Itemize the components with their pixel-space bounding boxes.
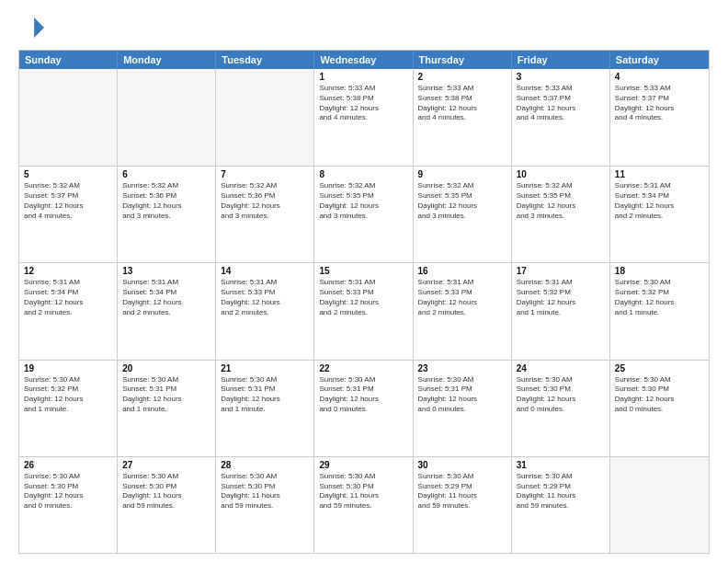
day-number: 11: [615, 169, 704, 179]
cell-info: Sunrise: 5:30 AM Sunset: 5:32 PM Dayligh…: [24, 375, 112, 415]
day-number: 4: [615, 72, 704, 82]
cell-info: Sunrise: 5:31 AM Sunset: 5:34 PM Dayligh…: [24, 278, 112, 317]
calendar-cell: 7Sunrise: 5:32 AM Sunset: 5:36 PM Daylig…: [216, 167, 314, 262]
calendar: SundayMondayTuesdayWednesdayThursdayFrid…: [18, 50, 710, 554]
day-number: 30: [418, 460, 506, 470]
logo-icon: [18, 15, 44, 40]
weekday-header: Monday: [118, 51, 216, 69]
day-number: 31: [517, 460, 605, 470]
day-number: 12: [24, 266, 112, 276]
calendar-cell: 9Sunrise: 5:32 AM Sunset: 5:35 PM Daylig…: [414, 167, 512, 262]
weekday-header: Tuesday: [216, 51, 314, 69]
day-number: 22: [319, 363, 407, 373]
day-number: 15: [319, 266, 407, 276]
calendar-cell: 21Sunrise: 5:30 AM Sunset: 5:31 PM Dayli…: [216, 361, 314, 456]
cell-info: Sunrise: 5:30 AM Sunset: 5:30 PM Dayligh…: [319, 472, 407, 511]
day-number: 17: [517, 266, 605, 276]
cell-info: Sunrise: 5:31 AM Sunset: 5:34 PM Dayligh…: [122, 278, 210, 317]
calendar-cell: 11Sunrise: 5:31 AM Sunset: 5:34 PM Dayli…: [610, 167, 709, 262]
calendar-cell: 23Sunrise: 5:30 AM Sunset: 5:31 PM Dayli…: [414, 361, 512, 456]
calendar-cell: 17Sunrise: 5:31 AM Sunset: 5:32 PM Dayli…: [512, 263, 610, 359]
calendar-cell: 20Sunrise: 5:30 AM Sunset: 5:31 PM Dayli…: [118, 361, 216, 456]
day-number: 14: [221, 266, 309, 276]
cell-info: Sunrise: 5:32 AM Sunset: 5:35 PM Dayligh…: [418, 181, 506, 221]
day-number: 26: [24, 460, 112, 470]
cell-info: Sunrise: 5:30 AM Sunset: 5:32 PM Dayligh…: [615, 278, 704, 317]
cell-info: Sunrise: 5:32 AM Sunset: 5:35 PM Dayligh…: [319, 181, 407, 221]
calendar-cell: 24Sunrise: 5:30 AM Sunset: 5:30 PM Dayli…: [512, 361, 610, 456]
day-number: 5: [24, 169, 112, 179]
calendar-cell: 31Sunrise: 5:30 AM Sunset: 5:29 PM Dayli…: [512, 457, 610, 553]
day-number: 9: [418, 169, 506, 179]
calendar-cell: [118, 69, 216, 166]
cell-info: Sunrise: 5:31 AM Sunset: 5:33 PM Dayligh…: [319, 278, 407, 317]
cell-info: Sunrise: 5:30 AM Sunset: 5:31 PM Dayligh…: [418, 375, 506, 415]
calendar-cell: 26Sunrise: 5:30 AM Sunset: 5:30 PM Dayli…: [19, 457, 118, 553]
calendar-row: 5Sunrise: 5:32 AM Sunset: 5:37 PM Daylig…: [19, 166, 709, 262]
calendar-cell: 15Sunrise: 5:31 AM Sunset: 5:33 PM Dayli…: [314, 263, 413, 359]
calendar-cell: [216, 69, 314, 166]
day-number: 18: [615, 266, 704, 276]
day-number: 25: [615, 363, 704, 373]
day-number: 23: [418, 363, 506, 373]
day-number: 27: [122, 460, 210, 470]
calendar-cell: [610, 457, 709, 553]
cell-info: Sunrise: 5:30 AM Sunset: 5:29 PM Dayligh…: [418, 472, 506, 511]
page: SundayMondayTuesdayWednesdayThursdayFrid…: [0, 0, 728, 563]
weekday-header: Thursday: [414, 51, 512, 69]
cell-info: Sunrise: 5:30 AM Sunset: 5:29 PM Dayligh…: [517, 472, 605, 511]
calendar-cell: 29Sunrise: 5:30 AM Sunset: 5:30 PM Dayli…: [314, 457, 413, 553]
calendar-cell: 8Sunrise: 5:32 AM Sunset: 5:35 PM Daylig…: [314, 167, 413, 262]
calendar-cell: 18Sunrise: 5:30 AM Sunset: 5:32 PM Dayli…: [610, 263, 709, 359]
cell-info: Sunrise: 5:33 AM Sunset: 5:37 PM Dayligh…: [517, 84, 605, 123]
day-number: 28: [221, 460, 309, 470]
cell-info: Sunrise: 5:30 AM Sunset: 5:30 PM Dayligh…: [517, 375, 605, 415]
calendar-cell: 16Sunrise: 5:31 AM Sunset: 5:33 PM Dayli…: [414, 263, 512, 359]
cell-info: Sunrise: 5:32 AM Sunset: 5:37 PM Dayligh…: [24, 181, 112, 221]
calendar-row: 1Sunrise: 5:33 AM Sunset: 5:38 PM Daylig…: [19, 69, 709, 166]
calendar-cell: 10Sunrise: 5:32 AM Sunset: 5:35 PM Dayli…: [512, 167, 610, 262]
day-number: 3: [517, 72, 605, 82]
day-number: 20: [122, 363, 210, 373]
cell-info: Sunrise: 5:32 AM Sunset: 5:35 PM Dayligh…: [517, 181, 605, 221]
weekday-header: Friday: [512, 51, 610, 69]
cell-info: Sunrise: 5:31 AM Sunset: 5:34 PM Dayligh…: [615, 181, 704, 221]
calendar-cell: 6Sunrise: 5:32 AM Sunset: 5:36 PM Daylig…: [118, 167, 216, 262]
cell-info: Sunrise: 5:30 AM Sunset: 5:30 PM Dayligh…: [24, 472, 112, 511]
calendar-cell: 30Sunrise: 5:30 AM Sunset: 5:29 PM Dayli…: [414, 457, 512, 553]
calendar-cell: 12Sunrise: 5:31 AM Sunset: 5:34 PM Dayli…: [19, 263, 118, 359]
calendar-cell: 4Sunrise: 5:33 AM Sunset: 5:37 PM Daylig…: [610, 69, 709, 166]
logo: [18, 15, 48, 40]
calendar-cell: 13Sunrise: 5:31 AM Sunset: 5:34 PM Dayli…: [118, 263, 216, 359]
weekday-header: Wednesday: [314, 51, 413, 69]
day-number: 29: [319, 460, 407, 470]
day-number: 21: [221, 363, 309, 373]
day-number: 16: [418, 266, 506, 276]
calendar-cell: 5Sunrise: 5:32 AM Sunset: 5:37 PM Daylig…: [19, 167, 118, 262]
cell-info: Sunrise: 5:31 AM Sunset: 5:33 PM Dayligh…: [418, 278, 506, 317]
cell-info: Sunrise: 5:30 AM Sunset: 5:30 PM Dayligh…: [221, 472, 309, 511]
calendar-cell: 1Sunrise: 5:33 AM Sunset: 5:38 PM Daylig…: [314, 69, 413, 166]
calendar-row: 12Sunrise: 5:31 AM Sunset: 5:34 PM Dayli…: [19, 262, 709, 359]
calendar-header: SundayMondayTuesdayWednesdayThursdayFrid…: [19, 51, 709, 69]
calendar-cell: 27Sunrise: 5:30 AM Sunset: 5:30 PM Dayli…: [118, 457, 216, 553]
header: [18, 15, 710, 40]
cell-info: Sunrise: 5:30 AM Sunset: 5:31 PM Dayligh…: [122, 375, 210, 415]
day-number: 8: [319, 169, 407, 179]
day-number: 1: [319, 72, 407, 82]
cell-info: Sunrise: 5:32 AM Sunset: 5:36 PM Dayligh…: [122, 181, 210, 221]
calendar-cell: 22Sunrise: 5:30 AM Sunset: 5:31 PM Dayli…: [314, 361, 413, 456]
day-number: 7: [221, 169, 309, 179]
svg-marker-0: [34, 17, 44, 38]
cell-info: Sunrise: 5:30 AM Sunset: 5:30 PM Dayligh…: [615, 375, 704, 415]
cell-info: Sunrise: 5:33 AM Sunset: 5:38 PM Dayligh…: [418, 84, 506, 123]
calendar-cell: 19Sunrise: 5:30 AM Sunset: 5:32 PM Dayli…: [19, 361, 118, 456]
calendar-cell: 25Sunrise: 5:30 AM Sunset: 5:30 PM Dayli…: [610, 361, 709, 456]
calendar-cell: 14Sunrise: 5:31 AM Sunset: 5:33 PM Dayli…: [216, 263, 314, 359]
calendar-cell: 28Sunrise: 5:30 AM Sunset: 5:30 PM Dayli…: [216, 457, 314, 553]
calendar-cell: [19, 69, 118, 166]
calendar-row: 26Sunrise: 5:30 AM Sunset: 5:30 PM Dayli…: [19, 456, 709, 553]
cell-info: Sunrise: 5:33 AM Sunset: 5:38 PM Dayligh…: [319, 84, 407, 123]
day-number: 24: [517, 363, 605, 373]
cell-info: Sunrise: 5:32 AM Sunset: 5:36 PM Dayligh…: [221, 181, 309, 221]
